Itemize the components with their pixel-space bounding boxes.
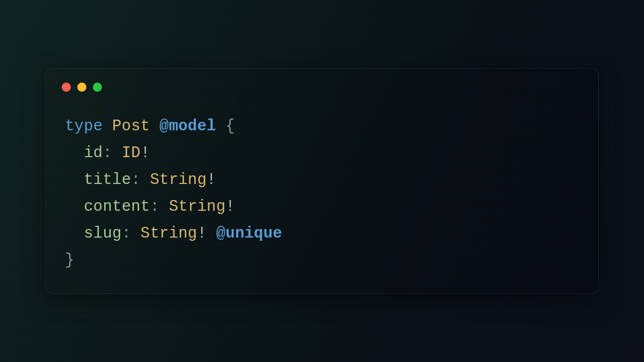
brace-open: { <box>225 117 235 135</box>
non-null-bang: ! <box>141 144 150 162</box>
field-type: String <box>141 225 197 242</box>
maximize-icon[interactable] <box>93 83 102 92</box>
field-name: id <box>84 144 103 162</box>
non-null-bang: ! <box>207 171 216 189</box>
colon: : <box>103 144 112 162</box>
close-icon[interactable] <box>62 83 71 92</box>
colon: : <box>131 171 141 189</box>
field-type: ID <box>122 144 141 162</box>
non-null-bang: ! <box>197 225 207 242</box>
colon: : <box>150 198 159 216</box>
code-window: type Post @model { id: ID! title: String… <box>45 68 599 293</box>
minimize-icon[interactable] <box>77 83 86 92</box>
colon: : <box>122 225 131 242</box>
code-block: type Post @model { id: ID! title: String… <box>46 97 598 293</box>
field-name: content <box>84 198 150 216</box>
keyword-type: type <box>65 117 103 135</box>
field-name: slug <box>84 225 121 242</box>
brace-close: } <box>65 252 75 269</box>
field-name: title <box>84 171 131 189</box>
window-titlebar <box>46 69 598 97</box>
field-type: String <box>169 198 226 216</box>
directive-model: @model <box>159 117 216 135</box>
type-name: Post <box>112 117 150 135</box>
non-null-bang: ! <box>225 198 235 216</box>
field-type: String <box>150 171 207 189</box>
directive-unique: @unique <box>216 225 282 242</box>
